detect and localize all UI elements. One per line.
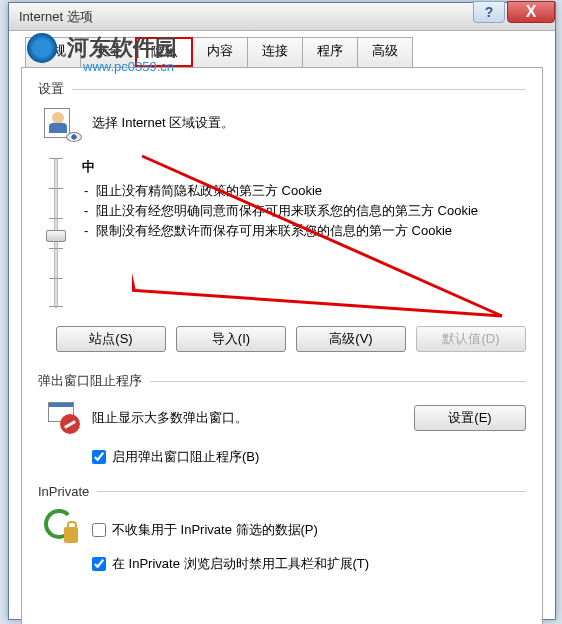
popup-group-label: 弹出窗口阻止程序 xyxy=(38,372,142,390)
tab-content[interactable]: 内容 xyxy=(192,37,248,67)
inprivate-collect-checkbox[interactable] xyxy=(92,523,106,537)
sites-button[interactable]: 站点(S) xyxy=(56,326,166,352)
tab-strip: 常规 安全 隐私 内容 连接 程序 高级 xyxy=(25,37,555,67)
advanced-button[interactable]: 高级(V) xyxy=(296,326,406,352)
popup-enable-checkbox[interactable] xyxy=(92,450,106,464)
slider-thumb[interactable] xyxy=(46,230,66,242)
tab-advanced[interactable]: 高级 xyxy=(357,37,413,67)
help-button[interactable]: ? xyxy=(473,1,505,23)
inprivate-icon xyxy=(44,509,80,545)
inprivate-collect-label: 不收集用于 InPrivate 筛选的数据(P) xyxy=(112,521,318,539)
window-title: Internet 选项 xyxy=(19,8,93,26)
privacy-level-label: 中 xyxy=(82,158,526,176)
privacy-zone-icon xyxy=(44,108,80,144)
popup-description: 阻止显示大多数弹出窗口。 xyxy=(92,409,402,427)
tab-general[interactable]: 常规 xyxy=(25,37,81,67)
tab-panel-privacy: 设置 选择 Internet 区域设置。 中 阻止没有精简隐私政策 xyxy=(21,67,543,624)
privacy-bullet: 阻止没有精简隐私政策的第三方 Cookie xyxy=(82,182,526,200)
popup-blocker-icon xyxy=(44,400,80,436)
inprivate-disable-row[interactable]: 在 InPrivate 浏览启动时禁用工具栏和扩展(T) xyxy=(92,555,526,573)
popup-settings-button[interactable]: 设置(E) xyxy=(414,405,526,431)
default-button: 默认值(D) xyxy=(416,326,526,352)
settings-description: 选择 Internet 区域设置。 xyxy=(92,108,234,132)
inprivate-group-label: InPrivate xyxy=(38,484,89,499)
inprivate-collect-row[interactable]: 不收集用于 InPrivate 筛选的数据(P) xyxy=(92,521,526,539)
internet-options-window: Internet 选项 ? X 河东软件园 www.pc0359.cn 常规 安… xyxy=(8,2,556,620)
privacy-level-slider[interactable] xyxy=(44,158,68,308)
popup-checkbox-label: 启用弹出窗口阻止程序(B) xyxy=(112,448,259,466)
inprivate-disable-checkbox[interactable] xyxy=(92,557,106,571)
privacy-bullet: 限制没有经您默许而保存可用来联系您的信息的第一方 Cookie xyxy=(82,222,526,240)
tab-connections[interactable]: 连接 xyxy=(247,37,303,67)
settings-group-label: 设置 xyxy=(38,80,64,98)
import-button[interactable]: 导入(I) xyxy=(176,326,286,352)
tab-security[interactable]: 安全 xyxy=(80,37,136,67)
tab-programs[interactable]: 程序 xyxy=(302,37,358,67)
inprivate-disable-label: 在 InPrivate 浏览启动时禁用工具栏和扩展(T) xyxy=(112,555,369,573)
privacy-bullet: 阻止没有经您明确同意而保存可用来联系您的信息的第三方 Cookie xyxy=(82,202,526,220)
tab-privacy[interactable]: 隐私 xyxy=(135,37,193,67)
close-button[interactable]: X xyxy=(507,1,555,23)
popup-enable-checkbox-row[interactable]: 启用弹出窗口阻止程序(B) xyxy=(92,448,526,466)
titlebar: Internet 选项 ? X xyxy=(9,3,555,31)
